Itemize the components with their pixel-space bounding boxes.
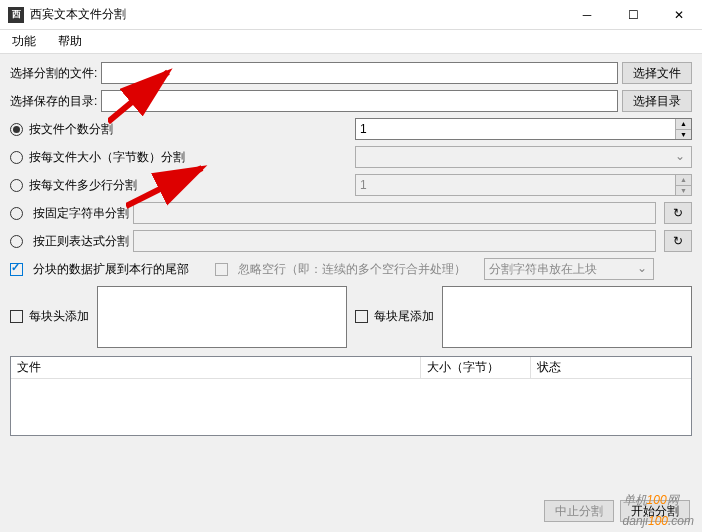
col-status[interactable]: 状态	[531, 357, 691, 378]
placement-combo: 分割字符串放在上块	[484, 258, 654, 280]
maximize-button[interactable]: ☐	[610, 0, 656, 30]
start-button[interactable]: 开始分割	[620, 500, 690, 522]
history-icon: ↻	[673, 206, 683, 220]
select-file-label: 选择分割的文件:	[10, 65, 97, 82]
spin-down-icon[interactable]: ▼	[676, 130, 691, 140]
result-table: 文件 大小（字节） 状态	[10, 356, 692, 436]
check-head-add[interactable]	[10, 310, 23, 323]
col-file[interactable]: 文件	[11, 357, 421, 378]
label-by-size: 按每文件大小（字节数）分割	[29, 149, 185, 166]
stop-button: 中止分割	[544, 500, 614, 522]
head-text-area[interactable]	[97, 286, 347, 348]
label-by-lines: 按每文件多少行分割	[29, 177, 137, 194]
menu-func[interactable]: 功能	[8, 31, 40, 52]
dir-path-input[interactable]	[101, 90, 618, 112]
spin-up-icon: ▲	[676, 175, 691, 186]
history-string-button[interactable]: ↻	[664, 202, 692, 224]
label-ignore-empty: 忽略空行（即：连续的多个空行合并处理）	[238, 261, 466, 278]
tail-text-area[interactable]	[442, 286, 692, 348]
menu-bar: 功能 帮助	[0, 30, 702, 54]
radio-by-string[interactable]	[10, 207, 23, 220]
check-extend[interactable]	[10, 263, 23, 276]
string-input	[133, 202, 656, 224]
select-dir-label: 选择保存的目录:	[10, 93, 97, 110]
count-spinner[interactable]: 1 ▲▼	[355, 118, 692, 140]
regex-input	[133, 230, 656, 252]
label-extend: 分块的数据扩展到本行的尾部	[33, 261, 189, 278]
history-regex-button[interactable]: ↻	[664, 230, 692, 252]
size-combo	[355, 146, 692, 168]
content-area: 选择分割的文件: 选择文件 选择保存的目录: 选择目录 按文件个数分割 1 ▲▼…	[0, 54, 702, 444]
check-tail-add[interactable]	[355, 310, 368, 323]
minimize-button[interactable]: ─	[564, 0, 610, 30]
spin-up-icon[interactable]: ▲	[676, 119, 691, 130]
lines-spinner: 1 ▲▼	[355, 174, 692, 196]
history-icon: ↻	[673, 234, 683, 248]
label-by-count: 按文件个数分割	[29, 121, 113, 138]
label-head-add: 每块头添加	[29, 308, 89, 325]
spin-down-icon: ▼	[676, 186, 691, 196]
check-ignore-empty	[215, 263, 228, 276]
close-button[interactable]: ✕	[656, 0, 702, 30]
label-tail-add: 每块尾添加	[374, 308, 434, 325]
file-path-input[interactable]	[101, 62, 618, 84]
window-title: 西宾文本文件分割	[30, 6, 564, 23]
title-bar: 西 西宾文本文件分割 ─ ☐ ✕	[0, 0, 702, 30]
menu-help[interactable]: 帮助	[54, 31, 86, 52]
choose-file-button[interactable]: 选择文件	[622, 62, 692, 84]
radio-by-lines[interactable]	[10, 179, 23, 192]
label-by-string: 按固定字符串分割	[33, 205, 129, 222]
choose-dir-button[interactable]: 选择目录	[622, 90, 692, 112]
radio-by-count[interactable]	[10, 123, 23, 136]
radio-by-regex[interactable]	[10, 235, 23, 248]
radio-by-size[interactable]	[10, 151, 23, 164]
label-by-regex: 按正则表达式分割	[33, 233, 129, 250]
col-size[interactable]: 大小（字节）	[421, 357, 531, 378]
app-icon: 西	[8, 7, 24, 23]
